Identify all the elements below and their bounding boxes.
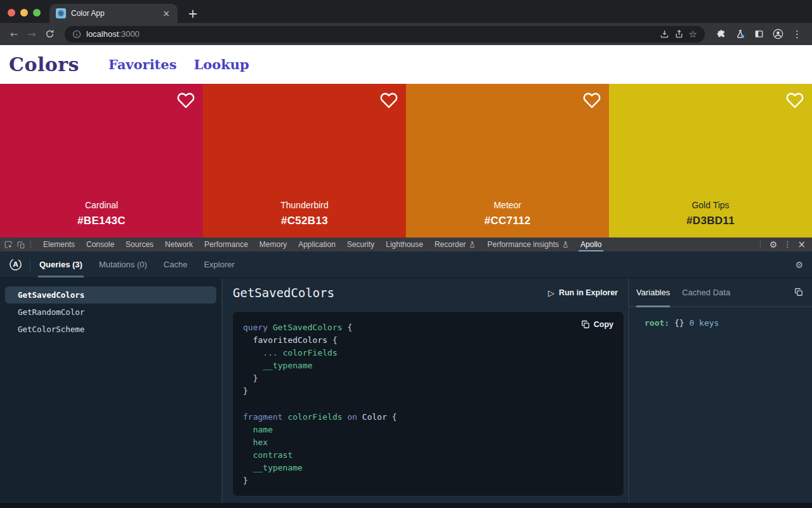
new-tab-button[interactable]: +: [188, 6, 198, 20]
nav-link-favorites[interactable]: Favorites: [108, 57, 177, 72]
forward-icon[interactable]: →: [24, 29, 39, 40]
download-icon[interactable]: [660, 29, 669, 39]
right-tab-variables[interactable]: Variables: [636, 278, 670, 306]
favorite-heart-icon[interactable]: [177, 91, 195, 109]
macos-traffic-lights: [8, 9, 41, 17]
color-hex: #BE143C: [77, 215, 126, 227]
svg-text:A: A: [13, 260, 18, 268]
extensions-puzzle-icon[interactable]: [716, 29, 726, 39]
share-icon[interactable]: [674, 29, 684, 39]
color-hex: #C52B13: [281, 215, 328, 227]
site-info-icon[interactable]: [72, 30, 81, 39]
devtools-tab-security[interactable]: Security: [341, 237, 380, 251]
devtools-tab-label: Memory: [259, 240, 287, 249]
browser-tab-strip: Color App × +: [0, 0, 812, 23]
code-line: favoritedColors {: [243, 334, 613, 347]
code-line: fragment colorFields on Color {: [243, 411, 613, 424]
apollo-tab-explorer[interactable]: Explorer: [204, 251, 234, 277]
side-panel-icon[interactable]: [754, 29, 764, 39]
query-list-item[interactable]: GetColorScheme: [5, 321, 216, 338]
devtools-tab-performance-insights[interactable]: Performance insights: [481, 237, 575, 251]
color-card: Cardinal#BE143C: [0, 84, 203, 237]
devtools-tab-lighthouse[interactable]: Lighthouse: [380, 237, 429, 251]
devtools-tab-elements[interactable]: Elements: [37, 237, 81, 251]
nav-link-lookup[interactable]: Lookup: [194, 57, 249, 72]
devtools-tab-sources[interactable]: Sources: [120, 237, 159, 251]
devtools-tab-memory[interactable]: Memory: [254, 237, 292, 251]
url-text: localhost:3000: [86, 29, 140, 39]
devtools-tab-performance[interactable]: Performance: [199, 237, 254, 251]
copy-icon: [581, 320, 590, 329]
devtools-tab-recorder[interactable]: Recorder: [429, 237, 481, 251]
graphql-query-code: query GetSavedColors { favoritedColors {…: [243, 321, 613, 487]
color-hex: #CC7112: [485, 215, 531, 227]
apollo-settings-gear-icon[interactable]: ⚙: [795, 260, 803, 269]
browser-toolbar: ← → localhost:3000: [0, 23, 812, 45]
query-list-item[interactable]: GetRandomColor: [5, 304, 216, 321]
zoom-window-button[interactable]: [33, 9, 41, 17]
reload-icon[interactable]: [42, 29, 57, 39]
device-toolbar-icon[interactable]: [16, 240, 25, 250]
devtools-tab-bar: ElementsConsoleSourcesNetworkPerformance…: [0, 237, 812, 251]
query-list-item[interactable]: GetSavedColors: [5, 286, 216, 304]
favorite-heart-icon[interactable]: [380, 91, 398, 109]
devtools-tab-label: Console: [86, 240, 114, 249]
run-in-explorer-button[interactable]: ▷ Run in Explorer: [548, 288, 618, 298]
query-detail-panel: GetSavedColors ▷ Run in Explorer Copy: [223, 278, 628, 503]
copy-variables-icon[interactable]: [794, 288, 803, 297]
favorite-heart-icon[interactable]: [786, 91, 804, 109]
bookmark-star-icon[interactable]: ☆: [689, 29, 697, 40]
close-window-button[interactable]: [8, 9, 15, 17]
profile-avatar-icon[interactable]: [773, 29, 783, 39]
devtools-tab-label: Apollo: [580, 240, 601, 249]
back-icon[interactable]: ←: [6, 29, 22, 40]
app-nav-links: FavoritesLookup: [108, 57, 249, 72]
address-bar[interactable]: localhost:3000 ☆: [65, 26, 705, 43]
apollo-toolbar: A Queries (3)Mutations (0)CacheExplorer …: [0, 251, 812, 278]
tab-close-icon[interactable]: ×: [161, 9, 171, 18]
flask-preview-icon: [562, 241, 569, 248]
color-name: Thunderbird: [280, 200, 329, 210]
color-card: Gold Tips#D3BD11: [609, 84, 812, 237]
app-navbar: Colors FavoritesLookup: [0, 45, 812, 84]
beaker-extension-icon[interactable]: [735, 29, 745, 39]
devtools-tab-label: Security: [347, 240, 374, 249]
apollo-tab-queries-3[interactable]: Queries (3): [39, 251, 82, 277]
devtools-tab-network[interactable]: Network: [159, 237, 199, 251]
query-title: GetSavedColors: [233, 286, 334, 300]
inspect-element-icon[interactable]: [4, 240, 13, 250]
devtools-menu-kebab-icon[interactable]: ⋮: [783, 240, 791, 249]
devtools-tab-apollo[interactable]: Apollo: [575, 237, 607, 251]
right-tab-cached-data[interactable]: Cached Data: [682, 278, 730, 306]
apollo-tab-mutations-0[interactable]: Mutations (0): [99, 251, 147, 277]
devtools-tab-application[interactable]: Application: [292, 237, 341, 251]
devtools-tab-label: Sources: [126, 240, 154, 249]
color-swatch-row: Cardinal#BE143CThunderbird#C52B13Meteor#…: [0, 84, 812, 237]
devtools-close-icon[interactable]: ×: [797, 239, 806, 250]
browser-window: Color App × + ← → localhost:3000: [0, 0, 812, 508]
tab-title: Color App: [71, 9, 156, 18]
app-logo[interactable]: Colors: [9, 53, 79, 76]
code-line: }: [243, 474, 613, 487]
apollo-panel: GetSavedColorsGetRandomColorGetColorSche…: [0, 278, 812, 503]
browser-tab[interactable]: Color App ×: [49, 4, 178, 23]
devtools-tab-label: Recorder: [435, 240, 466, 249]
devtools-tab-label: Lighthouse: [386, 240, 423, 249]
apollo-tab-cache[interactable]: Cache: [164, 251, 188, 277]
color-name: Gold Tips: [691, 200, 729, 210]
browser-menu-kebab-icon[interactable]: ⋮: [792, 29, 802, 40]
window-bottom-edge: [0, 503, 812, 508]
copy-query-button[interactable]: Copy: [581, 320, 613, 329]
code-line: }: [243, 385, 613, 398]
minimize-window-button[interactable]: [20, 9, 28, 17]
devtools-tab-label: Elements: [43, 240, 75, 249]
favorite-heart-icon[interactable]: [583, 91, 601, 109]
variables-root-row[interactable]: root: {} 0 keys: [629, 307, 812, 328]
code-line: [243, 398, 613, 411]
devtools-settings-gear-icon[interactable]: ⚙: [769, 240, 778, 249]
code-line: ... colorFields: [243, 347, 613, 359]
browser-action-icons: ⋮: [712, 29, 806, 40]
devtools-tab-console[interactable]: Console: [81, 237, 120, 251]
query-code-card: Copy query GetSavedColors { favoritedCol…: [232, 311, 624, 497]
color-name: Cardinal: [85, 200, 118, 210]
